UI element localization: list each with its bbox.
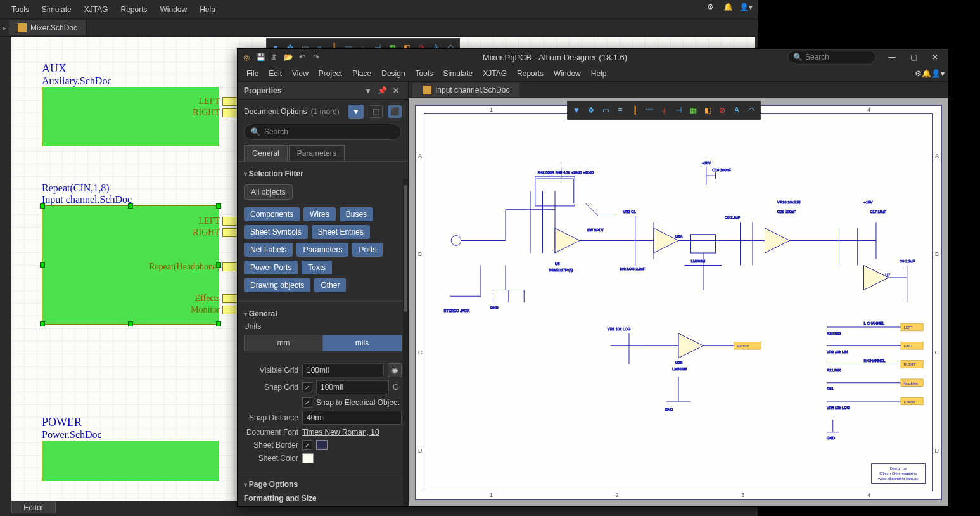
bg-menu-window[interactable]: Window: [154, 3, 194, 16]
place-noerror-icon[interactable]: ⊘: [715, 103, 729, 117]
doc-tab-input-channel[interactable]: Input channel.SchDoc: [412, 83, 519, 97]
menu-window[interactable]: Window: [549, 67, 586, 80]
sheet-symbol-aux[interactable]: AUX Auxilary.SchDoc LEFT RIGHT: [42, 62, 219, 146]
place-port-icon[interactable]: ◧: [701, 103, 715, 117]
bg-tab-mixer[interactable]: Mixer.SchDoc: [9, 20, 87, 35]
place-text-icon[interactable]: A: [730, 103, 744, 117]
section-title[interactable]: Selection Filter: [244, 167, 402, 181]
user-icon[interactable]: 👤▾: [739, 3, 753, 16]
chip-buses[interactable]: Buses: [340, 207, 373, 221]
port-pin[interactable]: [222, 306, 238, 314]
circuit-drawing[interactable]: STEREO JACK GND U6 BSM2017P (8): [431, 121, 926, 484]
tab-general[interactable]: General: [244, 145, 288, 161]
app-logo-icon[interactable]: ◎: [240, 51, 253, 63]
port-pin[interactable]: [222, 228, 238, 237]
minimize-button[interactable]: —: [881, 49, 903, 65]
global-search[interactable]: 🔍 Search: [787, 51, 876, 63]
aux-body[interactable]: LEFT RIGHT: [42, 87, 219, 146]
menu-place[interactable]: Place: [347, 67, 376, 80]
schematic-toolbar[interactable]: ▼ ✥ ▭ ≡ ┃ 〰 ⏚ ⊣ ▦ ◧ ⊘ A ◠: [567, 101, 761, 120]
bg-menu-tools[interactable]: Tools: [5, 3, 35, 16]
sheet-symbol-power[interactable]: POWER Power.SchDoc: [42, 416, 219, 481]
place-part-icon[interactable]: ┃: [628, 103, 642, 117]
filter-funnel-button[interactable]: ▼: [348, 105, 364, 119]
sheet-symbol-cin[interactable]: Repeat(CIN,1,8) Input channel.SchDoc LEF…: [42, 183, 219, 325]
bell-icon[interactable]: 🔔: [721, 3, 735, 16]
menu-help[interactable]: Help: [586, 67, 612, 80]
tab-pin-icon[interactable]: ▸: [0, 19, 9, 37]
panel-close-icon[interactable]: ✕: [390, 85, 402, 96]
save-icon[interactable]: 💾: [254, 51, 267, 63]
section-title[interactable]: Page Options: [244, 477, 402, 491]
folder-icon[interactable]: 📂: [282, 51, 295, 63]
visible-grid-toggle[interactable]: ◉: [388, 363, 402, 377]
place-arc-icon[interactable]: ◠: [744, 103, 758, 117]
sheet-border-color[interactable]: [316, 440, 328, 450]
status-editor[interactable]: Editor: [11, 501, 56, 513]
chip-ports[interactable]: Ports: [352, 243, 383, 257]
power-body[interactable]: [42, 441, 219, 481]
bg-menu-simulate[interactable]: Simulate: [35, 3, 78, 16]
panel-header[interactable]: Properties ▾ 📌 ✕: [238, 82, 408, 100]
menu-view[interactable]: View: [287, 67, 314, 80]
open-icon[interactable]: 🗎: [268, 51, 281, 63]
snap-grid-input[interactable]: 100mil: [316, 380, 389, 394]
panel-scrollbar[interactable]: [403, 179, 408, 506]
user-icon[interactable]: 👤▾: [931, 69, 945, 78]
selection-mode-2[interactable]: ⬛: [388, 105, 402, 118]
sheet-color[interactable]: [302, 453, 314, 463]
chip-parameters[interactable]: Parameters: [296, 243, 348, 257]
chip-texts[interactable]: Texts: [302, 261, 332, 274]
chip-components[interactable]: Components: [244, 207, 300, 221]
port-pin[interactable]: [222, 217, 238, 226]
menu-simulate[interactable]: Simulate: [438, 67, 478, 80]
bell-icon[interactable]: 🔔: [922, 69, 931, 78]
bg-menu-reports[interactable]: Reports: [114, 3, 153, 16]
chip-power-ports[interactable]: Power Ports: [244, 261, 298, 274]
chip-drawing-objects[interactable]: Drawing objects: [244, 278, 310, 292]
maximize-button[interactable]: ▢: [903, 49, 924, 65]
snap-grid-check[interactable]: ✓: [302, 382, 312, 392]
port-pin[interactable]: [222, 108, 238, 117]
cin-body[interactable]: LEFT RIGHT Repeat(Headphone) Effects Mon…: [42, 205, 219, 325]
unit-mm[interactable]: mm: [244, 335, 323, 351]
port-pin[interactable]: [222, 294, 238, 303]
menu-tools[interactable]: Tools: [410, 67, 438, 80]
gear-icon[interactable]: ⚙: [703, 3, 717, 16]
menu-design[interactable]: Design: [376, 67, 410, 80]
chip-net-labels[interactable]: Net Labels: [244, 243, 293, 257]
sheet-border-check[interactable]: ✓: [302, 440, 312, 450]
chip-all-objects[interactable]: All objects: [244, 184, 293, 200]
chip-sheet-symbols[interactable]: Sheet Symbols: [244, 225, 308, 239]
align-icon[interactable]: ≡: [613, 103, 627, 117]
menu-file[interactable]: File: [241, 67, 264, 80]
menu-edit[interactable]: Edit: [264, 67, 287, 80]
panel-dropdown-icon[interactable]: ▾: [362, 85, 374, 96]
panel-pin-icon[interactable]: 📌: [376, 85, 388, 96]
chip-wires[interactable]: Wires: [303, 207, 336, 221]
snap-electrical-check[interactable]: ✓: [302, 397, 312, 408]
place-netlabel-icon[interactable]: ⊣: [671, 103, 685, 117]
fg-titlebar[interactable]: ◎ 💾 🗎 📂 ↶ ↷ Mixer.PrjPCB - Altium Design…: [238, 49, 948, 65]
bg-menu-xjtag[interactable]: XJTAG: [78, 3, 115, 16]
chip-sheet-entries[interactable]: Sheet Entries: [312, 225, 370, 239]
doc-options-more[interactable]: (1 more): [310, 107, 339, 116]
close-button[interactable]: ✕: [924, 49, 946, 65]
port-pin[interactable]: [222, 262, 238, 271]
port-pin[interactable]: [222, 97, 238, 106]
place-sheet-icon[interactable]: ▦: [686, 103, 700, 117]
undo-icon[interactable]: ↶: [296, 51, 309, 63]
snap-distance-input[interactable]: 40mil: [302, 411, 402, 425]
visible-grid-input[interactable]: 100mil: [302, 363, 384, 377]
schematic-sheet[interactable]: 1 2 3 4 1 2 3 4 A B C D A B C D: [415, 105, 942, 500]
select-icon[interactable]: ▭: [599, 103, 613, 117]
menu-reports[interactable]: Reports: [512, 67, 549, 80]
move-icon[interactable]: ✥: [584, 103, 598, 117]
doc-font-value[interactable]: Times New Roman, 10: [302, 428, 402, 437]
place-gnd-icon[interactable]: ⏚: [657, 103, 671, 117]
place-wire-icon[interactable]: 〰: [642, 103, 656, 117]
bg-menu-help[interactable]: Help: [193, 3, 222, 16]
redo-icon[interactable]: ↷: [310, 51, 322, 63]
funnel-icon[interactable]: ▼: [570, 103, 583, 117]
schematic-viewport[interactable]: ▼ ✥ ▭ ≡ ┃ 〰 ⏚ ⊣ ▦ ◧ ⊘ A ◠ 1 2: [409, 98, 948, 506]
